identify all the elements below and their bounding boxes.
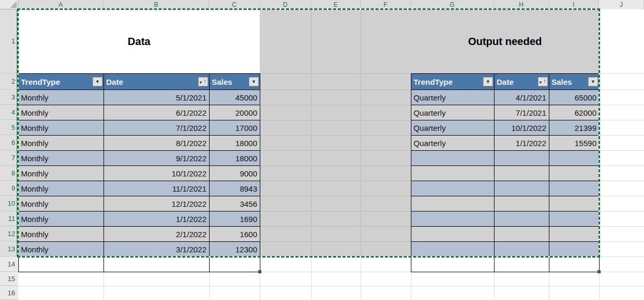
cell-h12[interactable] [494,227,549,242]
cell-c14[interactable] [210,257,260,272]
cell-h7[interactable] [494,151,549,166]
cell-c3[interactable]: 45000 [210,90,260,105]
cell-a9[interactable]: Monthly [19,181,104,196]
cell-b9[interactable]: 11/1/2021 [104,181,210,196]
cell-b8[interactable]: 10/1/2022 [104,166,210,181]
cell-h9[interactable] [494,181,549,196]
cell-i11[interactable] [549,212,600,227]
cell-c4[interactable]: 20000 [210,105,260,120]
cell-g3[interactable]: Quarterly [411,90,494,105]
cell-a13[interactable]: Monthly [19,242,104,257]
cell-g12[interactable] [411,227,494,242]
cell-b7[interactable]: 9/1/2022 [104,151,210,166]
header-cell-i2[interactable]: Sales▼ [549,74,600,90]
cell-h5[interactable]: 10/1/2022 [494,120,549,136]
cell-g14[interactable] [411,257,494,272]
cell-b6[interactable]: 8/1/2022 [104,136,210,151]
row-header-9[interactable]: 9 [0,181,18,196]
cell-b14[interactable] [104,257,210,272]
filter-button-sales[interactable]: ▼ [249,77,259,86]
cell-i6[interactable]: 15590 [549,136,600,151]
table-resize-handle[interactable] [597,270,601,273]
row-header-15[interactable]: 15 [0,272,18,286]
row-header-11[interactable]: 11 [0,211,18,226]
cell-a6[interactable]: Monthly [19,136,104,151]
cell-i12[interactable] [549,227,600,242]
cell-a3[interactable]: Monthly [19,90,104,105]
cell-i9[interactable] [549,181,600,196]
cell-b3[interactable]: 5/1/2021 [104,90,210,105]
row-header-12[interactable]: 12 [0,226,18,241]
row-header-16[interactable]: 16 [0,286,18,300]
cell-i4[interactable]: 62000 [549,105,600,120]
cell-g13[interactable] [411,242,494,257]
cell-c11[interactable]: 1690 [210,212,260,227]
header-cell-h2[interactable]: Date▾↑ [494,74,549,90]
row-header-13[interactable]: 13 [0,241,18,257]
cell-a14[interactable] [19,257,104,272]
cell-c7[interactable]: 18000 [210,151,260,166]
cell-h4[interactable]: 7/1/2021 [494,105,549,120]
header-cell-c2[interactable]: Sales▼ [210,74,260,90]
cell-c13[interactable]: 12300 [210,242,260,257]
table-resize-handle[interactable] [258,270,261,273]
cell-g11[interactable] [411,212,494,227]
cell-i10[interactable] [549,196,600,212]
filter-button-trendtype[interactable]: ▼ [93,77,102,86]
cell-g7[interactable] [411,151,494,166]
cell-i3[interactable]: 65000 [549,90,600,105]
cell-a11[interactable]: Monthly [19,212,104,227]
cell-c8[interactable]: 9000 [210,166,260,181]
row-header-7[interactable]: 7 [0,150,18,165]
header-cell-b2[interactable]: Date▾↑ [104,74,210,90]
cell-c9[interactable]: 8943 [210,181,260,196]
cell-a8[interactable]: Monthly [19,166,104,181]
cell-g6[interactable]: Quarterly [411,136,494,151]
cell-i13[interactable] [549,242,600,257]
cell-c12[interactable]: 1600 [210,227,260,242]
column-header-j[interactable]: J [599,0,644,9]
cell-c5[interactable]: 17000 [210,120,260,136]
sort-filter-button-date[interactable]: ▾↑ [198,77,208,86]
cell-a12[interactable]: Monthly [19,227,104,242]
cell-b12[interactable]: 2/1/2022 [104,227,210,242]
cell-h14[interactable] [494,257,549,272]
cell-a5[interactable]: Monthly [19,120,104,136]
cell-b13[interactable]: 3/1/2022 [104,242,210,257]
cell-h10[interactable] [494,196,549,212]
cell-g8[interactable] [411,166,494,181]
cell-b11[interactable]: 1/1/2022 [104,212,210,227]
cell-g4[interactable]: Quarterly [411,105,494,120]
cell-a4[interactable]: Monthly [19,105,104,120]
cell-a10[interactable]: Monthly [19,196,104,212]
filter-button-sales[interactable]: ▼ [588,77,598,86]
cell-g9[interactable] [411,181,494,196]
header-cell-g2[interactable]: TrendType▼ [411,74,494,90]
cell-h11[interactable] [494,212,549,227]
row-header-14[interactable]: 14 [0,257,18,272]
cell-h6[interactable]: 1/1/2022 [494,136,549,151]
cell-i14[interactable] [549,257,600,272]
cell-g10[interactable] [411,196,494,212]
row-header-4[interactable]: 4 [0,105,18,120]
cell-b10[interactable]: 12/1/2022 [104,196,210,212]
row-header-3[interactable]: 3 [0,90,18,105]
filter-button-trendtype[interactable]: ▼ [483,77,493,86]
cell-c6[interactable]: 18000 [210,136,260,151]
cell-c10[interactable]: 3456 [210,196,260,212]
cell-i5[interactable]: 21399 [549,120,600,136]
cell-a7[interactable]: Monthly [19,151,104,166]
cell-i7[interactable] [549,151,600,166]
cell-b5[interactable]: 7/1/2022 [104,120,210,136]
row-header-2[interactable]: 2 [0,73,18,90]
cell-h3[interactable]: 4/1/2021 [494,90,549,105]
row-header-8[interactable]: 8 [0,165,18,181]
row-header-5[interactable]: 5 [0,120,18,135]
sort-filter-button-date[interactable]: ▾↑ [538,77,548,86]
header-cell-a2[interactable]: TrendType▼ [19,74,104,90]
cell-h13[interactable] [494,242,549,257]
cell-h8[interactable] [494,166,549,181]
row-header-10[interactable]: 10 [0,196,18,211]
cell-g5[interactable]: Quarterly [411,120,494,136]
cell-b4[interactable]: 6/1/2022 [104,105,210,120]
